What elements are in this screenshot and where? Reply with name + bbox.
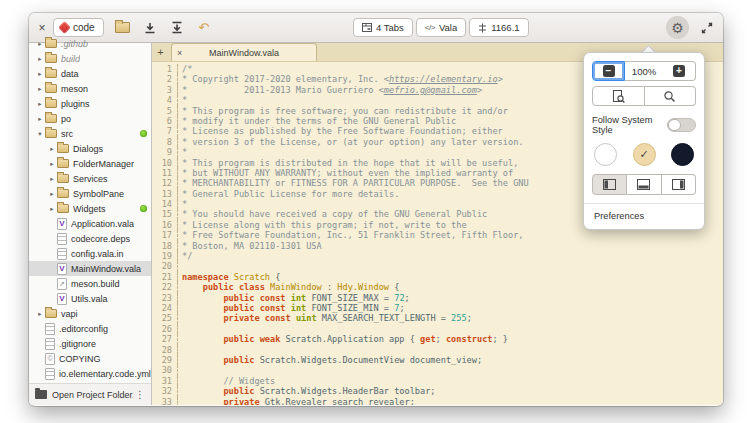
chevron-right-icon[interactable]: ▸ — [35, 55, 45, 63]
settings-menu-button[interactable]: ⚙ — [666, 16, 689, 39]
zoom-level: 100% — [625, 61, 663, 81]
tree-item-codecore-deps[interactable]: codecore.deps — [29, 231, 151, 246]
chevron-right-icon[interactable]: ▸ — [35, 115, 45, 123]
tree-item-utils-vala[interactable]: VUtils.vala — [29, 291, 151, 306]
tree-item-dialogs[interactable]: ▸Dialogs — [29, 141, 151, 156]
code-line[interactable]: 20 — [152, 261, 723, 271]
tree-item-label: SymbolPane — [73, 189, 124, 199]
line-text — [178, 261, 182, 271]
tree-item-data[interactable]: ▸data — [29, 66, 151, 81]
save-as-button[interactable] — [168, 19, 186, 37]
bottom-panel-layout-button[interactable] — [627, 174, 661, 195]
tree-item-application-vala[interactable]: VApplication.vala — [29, 216, 151, 231]
global-search-button[interactable] — [645, 86, 697, 106]
tab-close-icon[interactable]: × — [177, 48, 189, 58]
code-line[interactable]: 17* Free Software Foundation, Inc., 51 F… — [152, 230, 723, 240]
tree-item-symbolpane[interactable]: ▸SymbolPane — [29, 186, 151, 201]
chevron-right-icon[interactable]: ▸ — [35, 310, 45, 318]
tab-mainwindow[interactable]: × MainWindow.vala — [171, 43, 317, 61]
line-text: * This program is distributed in the hop… — [178, 158, 518, 168]
line-text: * General Public License for more detail… — [178, 189, 399, 199]
chevron-right-icon[interactable]: ▸ — [47, 160, 57, 168]
window-close-button[interactable]: × — [33, 19, 51, 37]
chevron-down-icon[interactable]: ▾ — [35, 130, 45, 138]
chevron-right-icon[interactable]: ▸ — [47, 190, 57, 198]
tree-item-plugins[interactable]: ▸plugins — [29, 96, 151, 111]
code-line[interactable]: 33 private Gtk.Revealer search_revealer; — [152, 397, 723, 406]
code-line[interactable]: 27 public weak Scratch.Application app {… — [152, 334, 723, 344]
tree-item-widgets[interactable]: ▸Widgets — [29, 201, 151, 216]
chevron-right-icon[interactable]: ▸ — [35, 70, 45, 78]
sidebar-layout-button[interactable] — [592, 174, 627, 195]
open-file-button[interactable] — [114, 19, 132, 37]
fullscreen-button[interactable] — [697, 18, 717, 38]
code-line[interactable]: 23 public const int FONT_SIZE_MAX = 72; — [152, 293, 723, 303]
chevron-right-icon[interactable]: ▸ — [47, 145, 57, 153]
tree-item-vapi[interactable]: ▸vapi — [29, 306, 151, 321]
language-button[interactable]: </> Vala — [416, 18, 466, 37]
tree-item-io-elementary-code-yml[interactable]: io.elementary.code.yml — [29, 366, 151, 381]
tree-item--gitignore[interactable]: .gitignore — [29, 336, 151, 351]
tree-item-foldermanager[interactable]: ▸FolderManager — [29, 156, 151, 171]
find-in-document-button[interactable] — [592, 86, 645, 106]
preferences-menu-item[interactable]: Preferences — [592, 204, 696, 229]
folder-icon — [45, 114, 57, 123]
chevron-right-icon[interactable]: ▸ — [35, 85, 45, 93]
line-number: 3 — [152, 85, 178, 95]
text-file-icon — [45, 323, 55, 335]
line-text: * but WITHOUT ANY WARRANTY; without even… — [178, 168, 513, 178]
tree-item-meson-build[interactable]: ↗meson.build — [29, 276, 151, 291]
code-line[interactable]: 30 — [152, 365, 723, 375]
tree-item-meson[interactable]: ▸meson — [29, 81, 151, 96]
tree-item-copying[interactable]: ©COPYING — [29, 351, 151, 366]
code-line[interactable]: 29 public Scratch.Widgets.DocumentView d… — [152, 355, 723, 365]
tree-item-build[interactable]: ▸build — [29, 51, 151, 66]
tree-item-services[interactable]: ▸Services — [29, 171, 151, 186]
code-line[interactable]: 28 — [152, 345, 723, 355]
code-line[interactable]: 31 // Widgets — [152, 376, 723, 386]
code-line[interactable]: 18* Boston, MA 02110-1301 USA — [152, 241, 723, 251]
goto-line-button[interactable]: 1166.1 — [469, 18, 528, 37]
tree-item-mainwindow-vala[interactable]: VMainWindow.vala — [29, 261, 151, 276]
zoom-in-button[interactable]: + — [663, 61, 696, 81]
chevron-right-icon[interactable]: ▸ — [47, 205, 57, 213]
tree-item-label: .github — [61, 39, 88, 49]
code-line[interactable]: 22 public class MainWindow : Hdy.Window … — [152, 282, 723, 292]
chevron-right-icon[interactable]: ▸ — [47, 175, 57, 183]
tree-item--editorconfig[interactable]: .editorconfig — [29, 321, 151, 336]
code-line[interactable]: 21namespace Scratch { — [152, 272, 723, 282]
line-number: 22 — [152, 282, 178, 292]
tree-item-label: io.elementary.code.yml — [59, 369, 151, 379]
new-tab-button[interactable]: + — [152, 42, 169, 61]
tabs-overview-button[interactable]: 4 Tabs — [353, 18, 413, 37]
goto-line-icon — [478, 23, 487, 33]
right-panel-layout-button[interactable] — [662, 174, 696, 195]
code-line[interactable]: 19*/ — [152, 251, 723, 261]
code-line[interactable]: 26 — [152, 324, 723, 334]
tabs-count-label: 4 Tabs — [376, 22, 404, 33]
line-number: 6 — [152, 116, 178, 126]
cream-style-option[interactable]: ✓ — [633, 143, 656, 166]
chevron-right-icon[interactable]: ▸ — [35, 40, 45, 48]
light-style-option[interactable] — [594, 143, 617, 166]
tree-item-src[interactable]: ▾src — [29, 126, 151, 141]
zoom-out-button[interactable]: − — [592, 61, 625, 81]
build-file-icon: ↗ — [57, 278, 67, 290]
line-number: 10 — [152, 158, 178, 168]
find-in-page-icon — [612, 90, 625, 103]
revert-button[interactable]: ↶ — [195, 19, 213, 37]
tree-item-po[interactable]: ▸po — [29, 111, 151, 126]
project-button[interactable]: code — [53, 18, 104, 37]
tree-item-label: meson — [61, 84, 88, 94]
tree-item--github[interactable]: ▸.github — [29, 36, 151, 51]
dark-style-option[interactable] — [671, 143, 694, 166]
sidebar-menu-button[interactable]: ⋮ — [133, 389, 147, 400]
save-button[interactable] — [141, 19, 159, 37]
follow-system-style-toggle[interactable] — [667, 118, 696, 132]
open-project-bar[interactable]: Open Project Folder... ⋮ — [29, 383, 151, 405]
tree-item-config-vala-in[interactable]: config.vala.in — [29, 246, 151, 261]
code-line[interactable]: 24 public const int FONT_SIZE_MIN = 7; — [152, 303, 723, 313]
code-line[interactable]: 32 public Scratch.Widgets.HeaderBar tool… — [152, 386, 723, 396]
code-line[interactable]: 25 private const uint MAX_SEARCH_TEXT_LE… — [152, 313, 723, 323]
chevron-right-icon[interactable]: ▸ — [35, 100, 45, 108]
